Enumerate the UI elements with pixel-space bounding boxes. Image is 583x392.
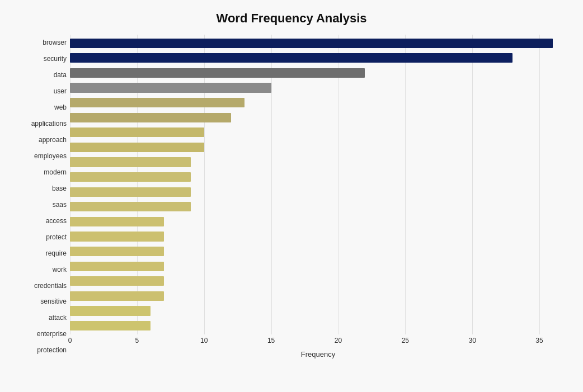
bar — [70, 187, 191, 197]
bar-row — [70, 81, 566, 96]
bar — [70, 68, 365, 78]
bar — [70, 306, 151, 315]
bar — [70, 113, 231, 122]
y-label: require — [46, 250, 67, 257]
x-tick: 10 — [200, 337, 208, 344]
x-tick: 25 — [402, 337, 409, 344]
x-tick: 5 — [135, 337, 139, 344]
bar-row — [70, 51, 566, 66]
bar-row — [70, 65, 566, 81]
bars-wrapper — [70, 35, 566, 334]
bar — [70, 232, 164, 241]
chart-area: browsersecuritydatauserwebapplicationsap… — [17, 35, 566, 358]
bar-row — [70, 140, 566, 155]
x-tick: 35 — [535, 337, 543, 344]
bar-row — [70, 244, 566, 259]
y-label: access — [46, 218, 67, 224]
bars-and-grid: 05101520253035 Frequency — [70, 35, 566, 358]
y-label: attack — [49, 314, 67, 321]
y-label: data — [54, 72, 67, 78]
bar-row — [70, 289, 566, 304]
bar — [70, 262, 164, 271]
bar-row — [70, 214, 566, 229]
chart-container: Word Frequency Analysis browsersecurityd… — [0, 0, 583, 392]
y-label: employees — [34, 153, 67, 159]
bar — [70, 202, 191, 211]
bar — [70, 39, 553, 48]
bar-row — [70, 169, 566, 185]
y-label: modern — [44, 169, 67, 176]
bar-row — [70, 95, 566, 110]
bar-row — [70, 229, 566, 244]
y-label: security — [44, 55, 67, 62]
x-axis-title: Frequency — [70, 350, 566, 358]
y-label: protect — [46, 234, 67, 240]
bar-row — [70, 110, 566, 125]
bar-row — [70, 259, 566, 274]
y-label: enterprise — [37, 330, 67, 337]
bar — [70, 53, 513, 63]
y-label: sensitive — [40, 298, 67, 305]
chart-title: Word Frequency Analysis — [217, 11, 367, 26]
bar-row — [70, 318, 566, 333]
bar-row — [70, 185, 566, 200]
x-tick: 0 — [68, 337, 72, 344]
y-label: saas — [53, 201, 67, 208]
bar-row — [70, 36, 566, 51]
bar — [70, 127, 204, 137]
bar — [70, 143, 204, 152]
y-label: protection — [37, 347, 67, 353]
y-label: work — [53, 266, 67, 273]
x-axis-labels: 05101520253035 — [70, 334, 566, 348]
grid-and-bars — [70, 35, 566, 334]
y-label: approach — [39, 136, 67, 143]
y-label: user — [54, 88, 67, 95]
x-tick: 30 — [469, 337, 476, 344]
y-label: base — [52, 185, 67, 192]
bar-row — [70, 200, 566, 215]
bar-row — [70, 304, 566, 319]
x-tick: 20 — [335, 337, 342, 344]
y-label: applications — [31, 120, 67, 127]
y-label: web — [54, 104, 67, 111]
bar-row — [70, 274, 566, 289]
bar — [70, 276, 164, 286]
y-labels: browsersecuritydatauserwebapplicationsap… — [17, 35, 70, 358]
y-label: credentials — [34, 282, 67, 289]
bar — [70, 247, 164, 256]
bar-row — [70, 155, 566, 170]
bar — [70, 83, 271, 92]
bar — [70, 217, 164, 226]
bar — [70, 172, 191, 182]
x-tick: 15 — [267, 337, 275, 344]
bar — [70, 321, 151, 330]
bar — [70, 291, 164, 301]
bar — [70, 157, 191, 167]
y-label: browser — [43, 39, 67, 46]
bar — [70, 98, 245, 107]
bar-row — [70, 125, 566, 140]
